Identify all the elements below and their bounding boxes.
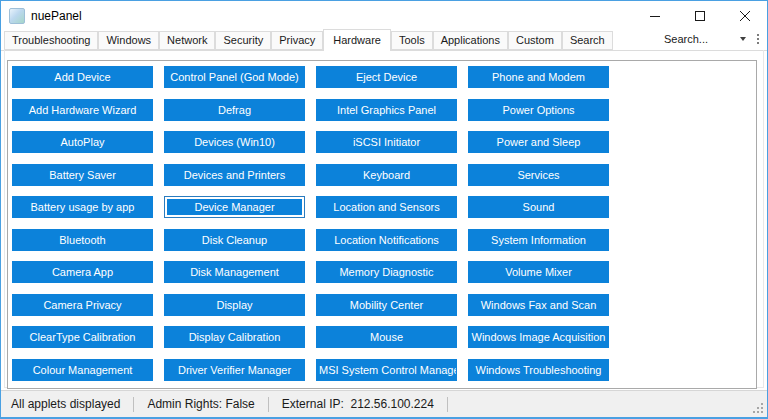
applet-button-add-hardware-wizard[interactable]: Add Hardware Wizard xyxy=(12,99,153,121)
applet-button-mobility-center[interactable]: Mobility Center xyxy=(316,294,457,316)
applet-button-autoplay[interactable]: AutoPlay xyxy=(12,131,153,153)
applet-button-eject-device[interactable]: Eject Device xyxy=(316,66,457,88)
search-combobox[interactable]: Search... xyxy=(659,30,751,48)
window-title: nuePanel xyxy=(31,9,82,23)
applet-button-cleartype-calibration[interactable]: ClearType Calibration xyxy=(12,326,153,348)
status-separator xyxy=(133,397,134,412)
applet-button-add-device[interactable]: Add Device xyxy=(12,66,153,88)
minimize-icon xyxy=(650,11,660,21)
applet-button-system-information[interactable]: System Information xyxy=(468,229,609,251)
applet-button-power-options[interactable]: Power Options xyxy=(468,99,609,121)
maximize-button[interactable] xyxy=(677,1,722,30)
applet-button-display[interactable]: Display xyxy=(164,294,305,316)
applet-button-windows-troubleshooting[interactable]: Windows Troubleshooting xyxy=(468,359,609,381)
applet-button-iscsi-initiator[interactable]: iSCSI Initiator xyxy=(316,131,457,153)
applet-panel: Add DeviceAdd Hardware WizardAutoPlayBat… xyxy=(7,60,757,389)
close-button[interactable] xyxy=(722,1,767,30)
applet-button-memory-diagnostic[interactable]: Memory Diagnostic xyxy=(316,261,457,283)
applet-button-location-notifications[interactable]: Location Notifications xyxy=(316,229,457,251)
applet-button-devices-and-printers[interactable]: Devices and Printers xyxy=(164,164,305,186)
search-input[interactable]: Search... xyxy=(664,33,736,45)
applet-button-display-calibration[interactable]: Display Calibration xyxy=(164,326,305,348)
applet-button-camera-app[interactable]: Camera App xyxy=(12,261,153,283)
applet-button-location-and-sensors[interactable]: Location and Sensors xyxy=(316,196,457,218)
applet-button-battery-usage-by-app[interactable]: Battery usage by app xyxy=(12,196,153,218)
status-all-applets-displayed: All applets displayed xyxy=(11,397,120,411)
applet-button-bluetooth[interactable]: Bluetooth xyxy=(12,229,153,251)
applet-button-driver-verifier-manager[interactable]: Driver Verifier Manager xyxy=(164,359,305,381)
resize-grip[interactable] xyxy=(752,402,764,414)
applet-button-windows-image-acquisition[interactable]: Windows Image Acquisition xyxy=(468,326,609,348)
app-icon xyxy=(9,8,25,24)
applet-button-windows-fax-and-scan[interactable]: Windows Fax and Scan xyxy=(468,294,609,316)
tab-troubleshooting[interactable]: Troubleshooting xyxy=(4,31,98,50)
tab-hardware[interactable]: Hardware xyxy=(323,29,391,51)
tab-windows[interactable]: Windows xyxy=(98,31,159,50)
tab-search[interactable]: Search xyxy=(562,31,613,50)
applet-button-colour-management[interactable]: Colour Management xyxy=(12,359,153,381)
title-bar: nuePanel xyxy=(1,1,767,30)
status-admin-rights: Admin Rights: False xyxy=(147,397,254,411)
applet-button-control-panel-god-mode[interactable]: Control Panel (God Mode) xyxy=(164,66,305,88)
applet-button-battery-saver[interactable]: Battery Saver xyxy=(12,164,153,186)
status-external-ip: External IP: 212.56.100.224 xyxy=(282,397,434,411)
maximize-icon xyxy=(695,11,705,21)
status-separator xyxy=(447,397,448,412)
applet-button-disk-cleanup[interactable]: Disk Cleanup xyxy=(164,229,305,251)
minimize-button[interactable] xyxy=(632,1,677,30)
applet-button-msi-system-control-manager[interactable]: MSI System Control Manager xyxy=(316,359,457,381)
applet-button-device-manager[interactable]: Device Manager xyxy=(164,196,305,218)
tab-row-right-tools: Search... xyxy=(659,30,767,50)
applet-button-mouse[interactable]: Mouse xyxy=(316,326,457,348)
kebab-menu-icon[interactable] xyxy=(751,34,767,44)
applet-button-defrag[interactable]: Defrag xyxy=(164,99,305,121)
tab-privacy[interactable]: Privacy xyxy=(271,31,323,50)
applet-button-power-and-sleep[interactable]: Power and Sleep xyxy=(468,131,609,153)
dropdown-arrow-icon[interactable] xyxy=(740,37,746,41)
applet-button-intel-graphics-panel[interactable]: Intel Graphics Panel xyxy=(316,99,457,121)
tab-tools[interactable]: Tools xyxy=(391,31,433,50)
applet-grid: Add DeviceAdd Hardware WizardAutoPlayBat… xyxy=(12,66,609,381)
tab-security[interactable]: Security xyxy=(215,31,271,50)
applet-button-services[interactable]: Services xyxy=(468,164,609,186)
app-window: nuePanel TroubleshootingWindowsNetworkSe… xyxy=(0,0,768,419)
close-icon xyxy=(740,11,750,21)
applet-button-sound[interactable]: Sound xyxy=(468,196,609,218)
caption-buttons xyxy=(632,1,767,30)
tab-strip: TroubleshootingWindowsNetworkSecurityPri… xyxy=(1,30,767,51)
status-separator xyxy=(268,397,269,412)
applet-button-volume-mixer[interactable]: Volume Mixer xyxy=(468,261,609,283)
status-bar: All applets displayedAdmin Rights: False… xyxy=(1,390,767,417)
applet-button-phone-and-modem[interactable]: Phone and Modem xyxy=(468,66,609,88)
tab-custom[interactable]: Custom xyxy=(508,31,562,50)
applet-button-keyboard[interactable]: Keyboard xyxy=(316,164,457,186)
tab-network[interactable]: Network xyxy=(159,31,215,50)
applet-button-disk-management[interactable]: Disk Management xyxy=(164,261,305,283)
tab-applications[interactable]: Applications xyxy=(433,31,508,50)
applet-button-devices-win10[interactable]: Devices (Win10) xyxy=(164,131,305,153)
applet-button-camera-privacy[interactable]: Camera Privacy xyxy=(12,294,153,316)
